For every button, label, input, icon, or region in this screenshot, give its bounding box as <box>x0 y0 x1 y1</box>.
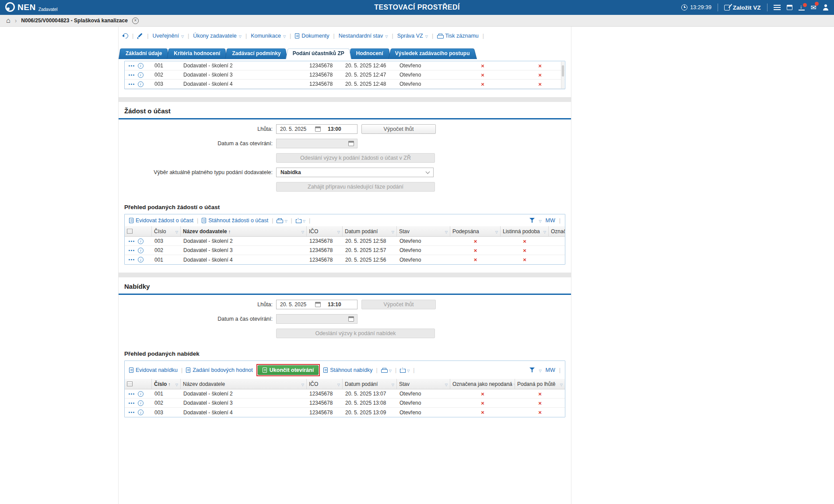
row-menu-icon[interactable] <box>129 412 130 413</box>
odeslani-vyzvy-nabidky-button[interactable]: Odeslání výzvy k podání nabídek <box>276 329 435 338</box>
stahnout-zadosti-link[interactable]: Stáhnout žádosti o účast <box>202 217 268 224</box>
table-row[interactable]: 003 Dodavatel - školení 4 12345678 20. 5… <box>125 80 565 89</box>
toolbar-nestandardni-stav[interactable]: Nestandardní stav <box>339 33 388 39</box>
export-table-button[interactable] <box>296 217 305 224</box>
user-icon[interactable] <box>823 4 829 10</box>
export-table-button[interactable] <box>400 367 410 373</box>
col-stav[interactable]: Stav <box>397 379 450 389</box>
info-icon[interactable] <box>138 257 144 262</box>
lhuta-datetime-input[interactable]: 20. 5. 2025 13:10 <box>276 300 357 309</box>
col-nazev-dodavatele[interactable]: Název dodavatele <box>181 226 307 236</box>
zahajit-pripravu-button[interactable]: Zahájit přípravu následující fáze podání <box>276 182 435 192</box>
table-row[interactable]: 003 Dodavatel - školení 4 12345678 20. 5… <box>125 408 565 417</box>
col-select[interactable] <box>125 379 152 389</box>
filter-dropdown-icon[interactable] <box>392 381 394 387</box>
evidovat-zadost-link[interactable]: Evidovat žádost o účast <box>129 217 193 224</box>
tab-podani-ucastniku-zp[interactable]: Podání účastníků ZP <box>286 48 351 59</box>
ukoncit-oteviranni-button[interactable]: Ukončit otevírání <box>258 365 319 375</box>
filter-dropdown-icon[interactable] <box>392 228 394 234</box>
info-icon[interactable] <box>138 391 144 397</box>
table-row[interactable]: 002 Dodavatel - školení 3 12345678 20. 5… <box>125 70 565 80</box>
col-ico[interactable]: IČO <box>307 379 343 389</box>
info-icon[interactable] <box>138 248 144 253</box>
tab-zadavaci-podminky[interactable]: Zadávací podmínky <box>225 48 287 59</box>
mw-link[interactable]: MW <box>546 367 555 373</box>
filter-icon[interactable] <box>529 368 535 373</box>
table-row[interactable]: 001 Dodavatel - školení 2 12345678 20. 5… <box>125 389 565 399</box>
col-listinna-podoba[interactable]: Listinná podoba <box>501 226 549 236</box>
vypocet-lhut-button[interactable]: Výpočet lhůt <box>361 300 436 309</box>
filter-icon[interactable] <box>529 218 535 223</box>
info-icon[interactable] <box>138 410 144 415</box>
scrollbar[interactable] <box>561 62 564 88</box>
calendar-icon[interactable] <box>315 302 321 307</box>
tab-kriteria-hodnoceni[interactable]: Kritéria hodnocení <box>167 48 227 59</box>
table-row[interactable]: 003 Dodavatel - školení 2 12345678 20. 5… <box>125 237 565 246</box>
filter-dropdown-icon[interactable] <box>445 228 448 234</box>
filter-dropdown-icon[interactable] <box>539 217 541 224</box>
col-podepsana[interactable]: Podepsána <box>450 226 501 236</box>
row-menu-icon[interactable] <box>129 250 130 251</box>
typ-podani-select[interactable]: Nabídka <box>276 168 434 177</box>
row-menu-icon[interactable] <box>129 402 130 404</box>
row-menu-icon[interactable] <box>129 74 130 76</box>
col-stav[interactable]: Stav <box>397 226 450 236</box>
col-nazev-dodavatele[interactable]: Název dodavatele <box>181 379 307 389</box>
evidovat-nabidku-link[interactable]: Evidovat nabídku <box>129 367 178 373</box>
filter-dropdown-icon[interactable] <box>445 381 448 387</box>
col-ico[interactable]: IČO <box>307 226 343 236</box>
toolbar-sprava-vz[interactable]: Správa VZ <box>397 33 428 39</box>
toolbar-tisk-zaznamu[interactable]: Tisk záznamu <box>437 33 479 39</box>
col-cislo[interactable]: Číslo <box>152 379 181 389</box>
odeslani-vyzvy-zadost-button[interactable]: Odeslání výzvy k podání žádosti o účast … <box>276 153 435 163</box>
row-menu-icon[interactable] <box>129 259 130 260</box>
messages-button[interactable] <box>811 4 816 12</box>
zadani-bodovych-hodnot-link[interactable]: Zadání bodových hodnot <box>186 367 253 373</box>
calendar-icon[interactable] <box>787 5 792 10</box>
close-record-icon[interactable] <box>132 18 139 24</box>
table-row[interactable]: 002 Dodavatel - školení 3 12345678 20. 5… <box>125 246 565 255</box>
tab-vysledek-zadavaciho-postupu[interactable]: Výsledek zadávacího postupu <box>388 48 477 59</box>
otevirani-input[interactable] <box>276 139 357 148</box>
menu-icon[interactable] <box>774 5 781 10</box>
stahnout-nabidky-link[interactable]: Stáhnout nabídky <box>323 367 372 373</box>
filter-dropdown-icon[interactable] <box>301 228 304 234</box>
calendar-icon[interactable] <box>315 126 321 132</box>
filter-dropdown-icon[interactable] <box>543 228 546 234</box>
info-icon[interactable] <box>138 81 144 87</box>
col-podana-po-lhute[interactable]: Podaná po lhůtě <box>515 379 565 389</box>
info-icon[interactable] <box>138 400 144 406</box>
edit-icon[interactable] <box>137 33 143 39</box>
table-row[interactable]: 002 Dodavatel - školení 3 12345678 20. 5… <box>125 399 565 408</box>
home-icon[interactable] <box>6 17 11 24</box>
row-menu-icon[interactable] <box>129 241 130 242</box>
col-datum-podani[interactable]: Datum podání <box>343 226 397 236</box>
info-icon[interactable] <box>138 72 144 78</box>
filter-dropdown-icon[interactable] <box>560 381 563 387</box>
col-oznacena-nepodana[interactable]: Označena jako nepodaná <box>450 379 515 389</box>
row-menu-icon[interactable] <box>129 393 130 395</box>
filter-dropdown-icon[interactable] <box>175 381 178 387</box>
filter-dropdown-icon[interactable] <box>337 228 340 234</box>
row-menu-icon[interactable] <box>129 84 130 85</box>
info-icon[interactable] <box>138 63 144 69</box>
print-table-button[interactable] <box>381 367 392 373</box>
history-icon[interactable] <box>122 32 130 40</box>
nen-home-link[interactable]: NEN Zadavatel <box>5 2 58 13</box>
col-select[interactable] <box>125 226 152 236</box>
col-oznacena[interactable]: Označe <box>549 226 565 236</box>
filter-dropdown-icon[interactable] <box>539 367 541 373</box>
row-menu-icon[interactable] <box>129 65 130 66</box>
toolbar-komunikace[interactable]: Komunikace <box>251 33 286 39</box>
toolbar-dokumenty[interactable]: Dokumenty <box>295 33 329 39</box>
table-row[interactable]: 001 Dodavatel - školení 2 12345678 20. 5… <box>125 61 565 70</box>
filter-dropdown-icon[interactable] <box>337 381 340 387</box>
filter-dropdown-icon[interactable] <box>301 381 304 387</box>
breadcrumb-record[interactable]: N006/25/V00004823 - Splašková kanalizace <box>21 18 128 24</box>
filter-dropdown-icon[interactable] <box>495 228 498 234</box>
vypocet-lhut-button[interactable]: Výpočet lhůt <box>361 124 436 134</box>
tab-hodnoceni[interactable]: Hodnocení <box>349 48 390 59</box>
print-table-button[interactable] <box>277 217 287 224</box>
col-cislo[interactable]: Číslo <box>152 226 181 236</box>
mw-link[interactable]: MW <box>546 217 555 224</box>
